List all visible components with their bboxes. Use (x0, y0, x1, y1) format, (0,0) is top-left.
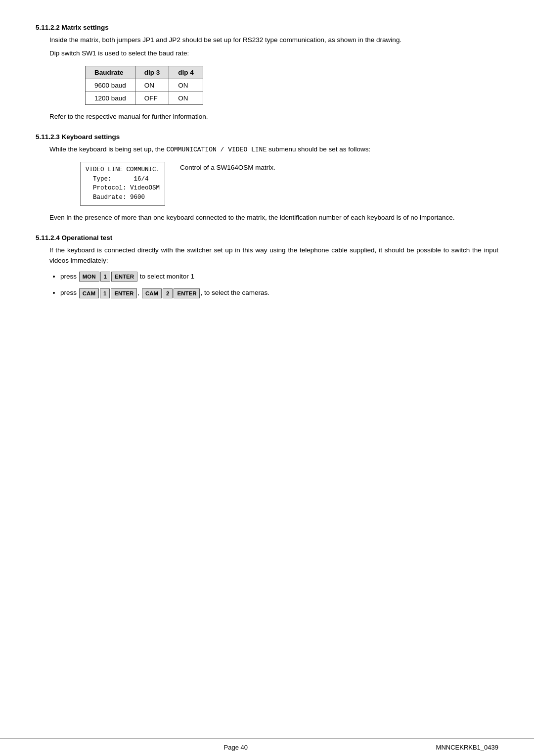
bullet1-pre: press (60, 273, 79, 280)
bullet2-comma: , (137, 289, 141, 296)
key-cam1: CAM (79, 288, 99, 298)
code-caption-block: VIDEO LINE COMMUNIC. Type: 16/4 Protocol… (80, 162, 498, 206)
caption-sw164osm: Control of a SW164OSM matrix. (180, 162, 275, 171)
key-enter-cam1: ENTER (111, 288, 137, 298)
para-5113-pre: While the keyboard is being set up, the (49, 145, 166, 153)
key-cam2: CAM (142, 288, 162, 298)
cell-dip3-9600: ON (135, 79, 169, 92)
para-5112-2: Dip switch SW1 is used to select the bau… (49, 48, 498, 59)
key-1-mon: 1 (100, 272, 110, 282)
key-mon: MON (79, 272, 99, 282)
code-block-videoline: VIDEO LINE COMMUNIC. Type: 16/4 Protocol… (80, 162, 165, 206)
section-5112: 5.11.2.2 Matrix settings Inside the matr… (36, 24, 498, 122)
heading-5113: 5.11.2.3 Keyboard settings (36, 133, 498, 141)
bullet2-pre: press (60, 289, 79, 296)
page-footer: Page 40 MNNCEKRKB1_0439 (0, 738, 534, 756)
footer-page-number: Page 40 (36, 744, 436, 751)
key-enter-mon: ENTER (111, 272, 137, 282)
key-2-cam2: 2 (163, 288, 173, 298)
cell-dip4-9600: ON (169, 79, 203, 92)
inline-code-commvideo: COMMUNICATION / VIDEO LINE (166, 146, 267, 153)
bullet2-post: , to select the cameras. (200, 289, 269, 296)
heading-5112: 5.11.2.2 Matrix settings (36, 24, 498, 31)
para-5112-3: Refer to the respective manual for furth… (49, 112, 498, 122)
para-5112-1: Inside the matrix, both jumpers JP1 and … (49, 35, 498, 46)
key-enter-cam2: ENTER (174, 288, 200, 298)
para-5113-1: While the keyboard is being set up, the … (49, 144, 498, 155)
heading-5114: 5.11.2.4 Operational test (36, 234, 498, 241)
cell-dip3-1200: OFF (135, 92, 169, 104)
baud-rate-table: Baudrate dip 3 dip 4 9600 baud ON ON 120… (85, 66, 203, 105)
list-item: press CAM1ENTER, CAM2ENTER, to select th… (60, 287, 498, 298)
col-header-dip3: dip 3 (135, 66, 169, 79)
para-5114-1: If the keyboard is connected directly wi… (49, 245, 498, 266)
col-header-baudrate: Baudrate (86, 66, 135, 79)
cell-baud-9600: 9600 baud (86, 79, 135, 92)
bullet-list: press MON1ENTER to select monitor 1 pres… (60, 271, 498, 298)
table-row: 9600 baud ON ON (86, 79, 203, 92)
col-header-dip4: dip 4 (169, 66, 203, 79)
para-5113-2: Even in the presence of more than one ke… (49, 213, 498, 223)
table-row: 1200 baud OFF ON (86, 92, 203, 104)
footer-document-id: MNNCEKRKB1_0439 (436, 744, 498, 751)
section-5113: 5.11.2.3 Keyboard settings While the key… (36, 133, 498, 223)
cell-baud-1200: 1200 baud (86, 92, 135, 104)
list-item: press MON1ENTER to select monitor 1 (60, 271, 498, 282)
para-5113-post: submenu should be set as follows: (267, 145, 370, 153)
cell-dip4-1200: ON (169, 92, 203, 104)
key-1-cam1: 1 (100, 288, 110, 298)
section-5114: 5.11.2.4 Operational test If the keyboar… (36, 234, 498, 298)
bullet1-post: to select monitor 1 (138, 273, 194, 280)
